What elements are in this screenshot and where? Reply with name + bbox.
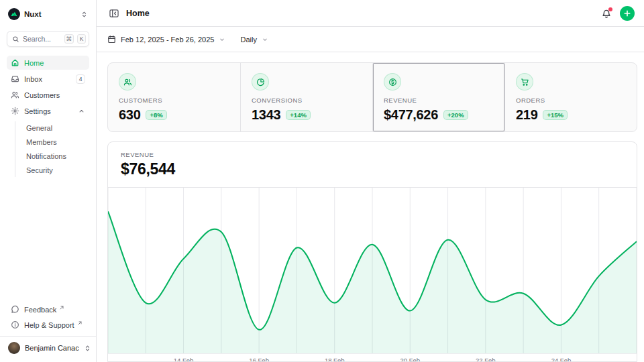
sidebar-item-security[interactable]: Security	[15, 164, 89, 177]
x-axis-tick-label: 22 Feb	[476, 357, 496, 362]
circle-dollar-icon	[384, 73, 401, 90]
collapse-sidebar-button[interactable]	[107, 7, 121, 20]
chart-header: REVENUE $76,544	[108, 142, 637, 188]
workspace-name: Nuxt	[24, 10, 76, 18]
search-placeholder: Search...	[23, 35, 61, 43]
arrow-up-right-icon	[59, 305, 64, 310]
notification-dot	[608, 7, 612, 11]
inbox-icon	[11, 74, 19, 83]
page-title: Home	[126, 9, 150, 18]
feedback-link[interactable]: Feedback	[7, 302, 89, 316]
stat-label: CUSTOMERS	[119, 97, 229, 104]
inbox-count-badge: 4	[76, 74, 85, 84]
search-icon	[12, 36, 19, 43]
main-area: Home Feb 12, 2025 - Feb 26, 2025 Daily	[97, 0, 644, 362]
x-axis-tick-label: 18 Feb	[325, 357, 345, 362]
user-menu[interactable]: Benjamin Canac	[0, 336, 96, 358]
revenue-chart-svg	[108, 188, 637, 353]
date-range-label: Feb 12, 2025 - Feb 26, 2025	[121, 36, 214, 44]
sidebar-item-label: Inbox	[24, 75, 71, 83]
gear-icon	[11, 107, 19, 115]
sidebar-item-customers[interactable]: Customers	[7, 88, 89, 102]
sidebar-nav: Home Inbox 4 Customers Settings Ge	[7, 56, 89, 177]
filters-toolbar: Feb 12, 2025 - Feb 26, 2025 Daily	[97, 27, 644, 52]
users-icon	[119, 73, 136, 90]
sidebar-item-home[interactable]: Home	[7, 56, 89, 70]
shopping-cart-icon	[516, 73, 533, 90]
sidebar: Nuxt Search... ⌘ K Home Inbox 4	[0, 0, 97, 362]
chat-bubble-icon	[11, 305, 19, 314]
chevron-down-icon	[219, 36, 225, 43]
interval-label: Daily	[240, 36, 256, 44]
x-axis-tick-label: 16 Feb	[249, 357, 269, 362]
chevrons-up-down-icon	[84, 345, 91, 352]
sidebar-item-members[interactable]: Members	[15, 135, 89, 149]
sidebar-item-settings[interactable]: Settings	[7, 104, 89, 118]
date-range-picker[interactable]: Feb 12, 2025 - Feb 26, 2025	[107, 35, 225, 44]
stat-value: $477,626	[384, 107, 438, 123]
stat-card-orders[interactable]: ORDERS 219 +15%	[504, 63, 637, 131]
kbd-k: K	[77, 34, 86, 44]
feedback-label: Feedback	[24, 306, 56, 314]
x-axis-tick-label: 20 Feb	[400, 357, 420, 362]
stats-row: CUSTOMERS 630 +8% CONVERSIONS 1343 +14%	[107, 62, 637, 132]
stat-delta-badge: +8%	[146, 110, 166, 120]
arrow-up-right-icon	[77, 320, 83, 326]
chart-metric-value: $76,544	[121, 160, 624, 178]
sidebar-item-inbox[interactable]: Inbox 4	[7, 72, 89, 86]
stat-label: CONVERSIONS	[252, 97, 362, 104]
calendar-icon	[107, 35, 116, 44]
settings-subnav: General Members Notifications Security	[15, 121, 89, 177]
nuxt-logo-icon	[8, 8, 20, 20]
users-icon	[11, 90, 19, 99]
stat-card-customers[interactable]: CUSTOMERS 630 +8%	[108, 63, 240, 131]
sidebar-item-label: Settings	[24, 107, 73, 115]
info-circle-icon	[11, 320, 19, 329]
stat-delta-badge: +15%	[543, 110, 568, 120]
add-button[interactable]	[620, 6, 635, 21]
kbd-cmd: ⌘	[64, 34, 74, 44]
search-input[interactable]: Search... ⌘ K	[7, 31, 89, 47]
help-support-link[interactable]: Help & Support	[7, 318, 89, 332]
sidebar-item-label: Customers	[24, 91, 85, 99]
revenue-area-chart[interactable]	[108, 188, 637, 354]
avatar	[8, 342, 20, 354]
help-support-label: Help & Support	[24, 321, 74, 329]
content: CUSTOMERS 630 +8% CONVERSIONS 1343 +14%	[97, 52, 644, 362]
home-icon	[11, 58, 19, 67]
user-name: Benjamin Canac	[25, 344, 79, 352]
stat-value: 219	[516, 107, 537, 123]
interval-select[interactable]: Daily	[240, 36, 268, 44]
chevron-down-icon	[262, 36, 268, 43]
x-axis-tick-label: 14 Feb	[174, 357, 194, 362]
page-header: Home	[97, 0, 644, 27]
notifications-button[interactable]	[601, 8, 612, 19]
x-axis-tick-label: 24 Feb	[551, 357, 572, 362]
stat-label: ORDERS	[516, 97, 626, 104]
sidebar-footer: Feedback Help & Support	[7, 302, 89, 336]
stat-label: REVENUE	[384, 97, 494, 104]
sidebar-item-general[interactable]: General	[15, 121, 89, 135]
stat-delta-badge: +20%	[443, 110, 468, 120]
workspace-selector[interactable]: Nuxt	[7, 6, 89, 22]
sidebar-item-notifications[interactable]: Notifications	[15, 149, 89, 163]
chart-metric-label: REVENUE	[121, 151, 624, 158]
chevrons-up-down-icon	[80, 11, 88, 18]
sidebar-item-label: Home	[24, 59, 85, 67]
stat-value: 630	[119, 107, 140, 123]
stat-delta-badge: +14%	[286, 110, 311, 120]
pie-chart-icon	[252, 73, 269, 90]
stat-card-revenue[interactable]: REVENUE $477,626 +20%	[372, 63, 504, 131]
stat-card-conversions[interactable]: CONVERSIONS 1343 +14%	[240, 63, 372, 131]
chevron-up-icon	[78, 107, 85, 115]
chart-x-axis-labels: 14 Feb16 Feb18 Feb20 Feb22 Feb24 Feb	[108, 354, 637, 362]
stat-value: 1343	[252, 107, 280, 123]
revenue-chart-panel: REVENUE $76,544 14 Feb16 Feb18 Feb20 Feb…	[107, 141, 637, 362]
